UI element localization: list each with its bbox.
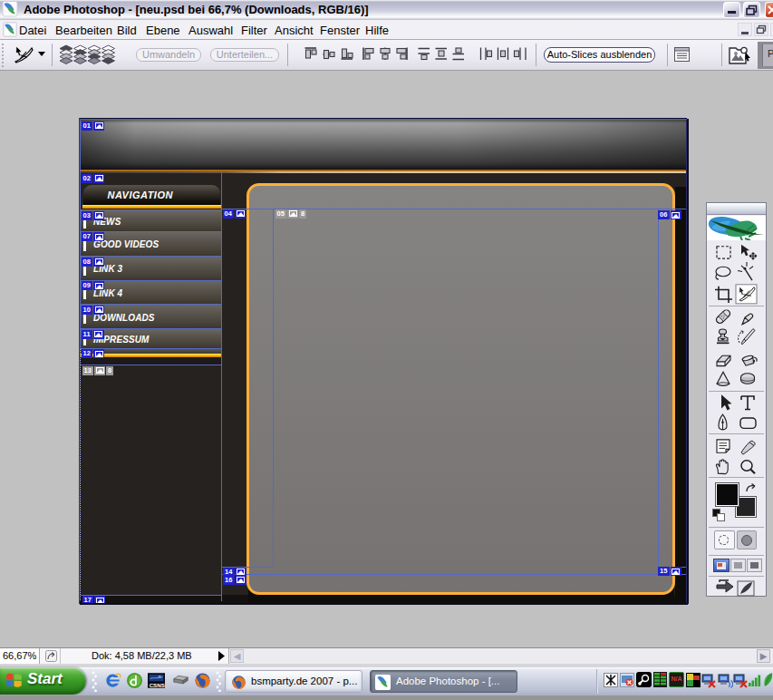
svg-text:CSNS: CSNS [150, 682, 165, 688]
